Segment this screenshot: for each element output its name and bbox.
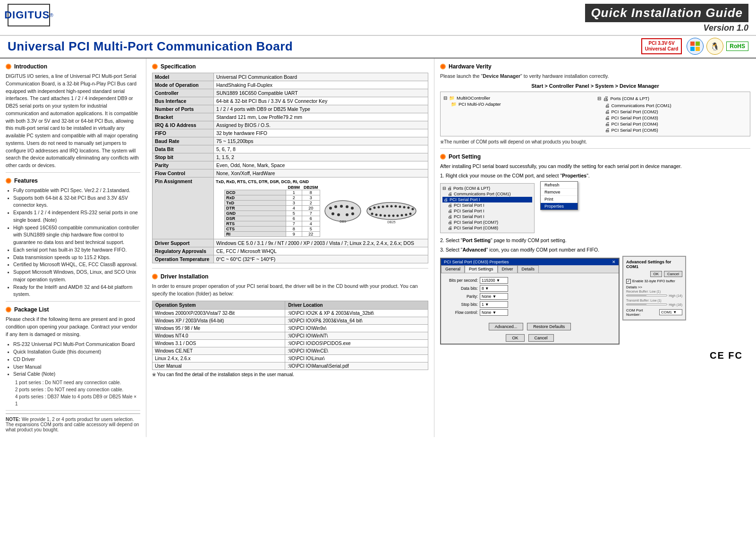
spec-value-12: None, Xon/Xoff, HardWare (214, 169, 428, 177)
list-item: RTS74 (224, 221, 320, 227)
port-com8: 🖨 PCI Serial Port (COM8) (442, 225, 532, 231)
svg-point-30 (384, 215, 386, 217)
note-section: NOTE: We provide 1, 2 or 4 ports product… (6, 413, 140, 432)
tab-general[interactable]: General (441, 265, 465, 273)
port-manager-box: ⊟ 🖨 Ports (COM & LPT) 🖨 Communications P… (440, 183, 535, 233)
spec-section-header: Specification (152, 63, 428, 70)
dialog-close-icon[interactable]: ✕ (612, 260, 616, 264)
intro-section-header: Introduction (6, 63, 140, 70)
tab-port-settings[interactable]: Port Settings (465, 265, 498, 273)
port-step3: 3. Select "Advanced" icon, you can modif… (440, 246, 750, 254)
expand-icon: ⊟ (442, 186, 446, 191)
serial-iv-icon: 🖨 (448, 214, 452, 219)
list-item: Windows NT4.0 :\IO\PCI IO\WinNT\ (153, 332, 428, 339)
driver-os-2: Windows 95 / 98 / Me (153, 324, 285, 332)
form-bps-label: Bits per second: (445, 278, 478, 283)
table-row: Model Universal PCI Communication Board (153, 73, 428, 81)
driver-path-7: :\IO\PCI IO\Manual\Serial.pdf (285, 362, 428, 370)
form-parity-value[interactable]: None ▼ (480, 293, 508, 300)
spec-label-9: Data Bit (153, 145, 214, 153)
table-row: Number of Ports 1 / 2 / 4 ports with DB9… (153, 105, 428, 113)
table-row: Bracket Standard 121 mm, Low Profile79.2… (153, 113, 428, 121)
driver-os-0: Windows 2000/XP/2003/Vista/7 32-Bit (153, 309, 285, 317)
com-number-input[interactable]: COM1 ▼ (659, 309, 682, 315)
driver-dot (152, 274, 158, 279)
table-row: Driver Support Windows CE 5.0 / 3.1 / 9x… (153, 239, 428, 247)
list-item: Windows 3.1 / DOS :\IO\PCI IO\DOS\PCIDOS… (153, 339, 428, 347)
form-data-value[interactable]: 8 ▼ (480, 285, 508, 292)
footer-badges: CE FC (440, 348, 750, 363)
context-print[interactable]: Print (541, 196, 578, 203)
com1-icon: 🖨 (605, 103, 610, 108)
port-dot (440, 154, 446, 160)
restore-defaults-button[interactable]: Restore Defaults (527, 323, 571, 330)
port-serial-iv: 🖨 PCI Serial Port I (442, 214, 532, 219)
adapter-icon: 📁 (451, 101, 457, 107)
list-item: DCD18 (224, 190, 320, 195)
form-bps-value[interactable]: 115200 ▼ (480, 277, 508, 284)
dialog-left: Bits per second: 115200 ▼ Data bits: 8 ▼… (445, 277, 615, 317)
adv-fifo-row: ✓ Enable 32-byte FIFO buffer (626, 279, 682, 284)
feature-item-3: Expands 1 / 2 / 4 independent RS-232 ser… (8, 209, 140, 224)
pin-content: TxD, RxD, RTS, CTS, DTR, DSR, DCD, RI, G… (214, 177, 428, 239)
port-title: Port Setting (449, 153, 481, 160)
expand-icon: ⊟ (443, 95, 447, 101)
features-list: Fully compatible with PCI Spec. Ver2.2 /… (6, 187, 140, 298)
driver-intro: In order to ensure proper operation of y… (152, 283, 428, 298)
cancel-button[interactable]: Cancel (528, 334, 554, 342)
linux-badge: 🐧 (706, 38, 723, 55)
driver-os-4: Windows 3.1 / DOS (153, 339, 285, 347)
port-com1-label: Communications Port (COM1) (454, 192, 511, 196)
form-flow-value[interactable]: None ▼ (480, 309, 508, 316)
ok-button[interactable]: OK (506, 334, 524, 342)
product-title: Universal PCI Multi-Port Communication B… (8, 39, 293, 54)
table-row: Baud Rate 75 ~ 115,200bps (153, 137, 428, 145)
svg-point-11 (337, 213, 340, 216)
tab-driver[interactable]: Driver (498, 265, 518, 273)
tab-details[interactable]: Details (518, 265, 539, 273)
adv-cancel-button[interactable]: Cancel (664, 271, 682, 277)
package-item-1: RS-232 Universal PCI Multi-Port Communic… (8, 341, 140, 348)
package-item-2: Quick Installation Guide (this document) (8, 348, 140, 356)
svg-point-28 (375, 214, 378, 216)
dialog-buttons: Advanced... Restore Defaults (441, 321, 619, 332)
context-remove[interactable]: Remove (541, 189, 578, 196)
spec-label-10: Stop bit (153, 153, 214, 161)
cable-note-3: 4 ports series : DB37 Male to 4 ports DB… (15, 393, 140, 407)
package-item-5: Serial Cable (Note) (8, 371, 140, 378)
svg-point-29 (380, 214, 382, 217)
context-properties[interactable]: Properties (541, 203, 578, 210)
context-refresh[interactable]: Refresh (541, 182, 578, 189)
spec-value-7: 32 byte hardware FIFO (214, 129, 428, 137)
fifo-checkbox[interactable]: ✓ (626, 279, 631, 284)
table-row: Bus Interface 64-bit & 32-bit PCI Bus / … (153, 97, 428, 105)
spec-title: Specification (161, 63, 196, 70)
svg-rect-2 (690, 47, 695, 51)
spec-value-11: Even, Odd, None, Mark, Space (214, 161, 428, 169)
dm-ports-label: Ports (COM & LPT) (611, 96, 649, 101)
dm-item-adapter: 📁 PCI Multi-I/O Adapter (443, 101, 594, 107)
table-row: Flow Control None, Xon/Xoff, HardWare (153, 169, 428, 177)
table-row: Mode of Operation HandShaking Full-Duple… (153, 81, 428, 89)
logo-area: DIGITUS ® (8, 4, 50, 26)
com-number-row: COM Port Number: COM1 ▼ (626, 308, 682, 317)
header: DIGITUS ® Quick Installation Guide Versi… (0, 0, 756, 36)
intro-text: DIGITUS I/O series, a line of Universal … (6, 73, 140, 169)
driver-path-4: :\IO\PCI IO\DOS\PCIDOS.exe (285, 339, 428, 347)
com2-icon: 🖨 (605, 109, 610, 114)
receive-slider[interactable] (626, 295, 667, 296)
logo-text: DIGITUS (4, 9, 50, 21)
advanced-button[interactable]: Advanced... (489, 323, 524, 330)
feature-item-9: Ready for the Intel® and AMD® 32 and 64-… (8, 284, 140, 299)
product-title-bar: Universal PCI Multi-Port Communication B… (0, 36, 756, 59)
svg-point-23 (399, 206, 401, 208)
receive-high-label: High (14) (669, 294, 682, 297)
form-stop-value[interactable]: 1 ▼ (480, 301, 508, 308)
list-item: RI922 (224, 232, 320, 237)
table-row: Parity Even, Odd, None, Mark, Space (153, 161, 428, 169)
spec-value-10: 1, 1.5, 2 (214, 153, 428, 161)
com8-icon: 🖨 (448, 226, 452, 230)
adv-ok-button[interactable]: OK (650, 271, 663, 277)
transmit-slider[interactable] (626, 303, 667, 305)
transmit-slider-row: High (16) (626, 303, 682, 306)
